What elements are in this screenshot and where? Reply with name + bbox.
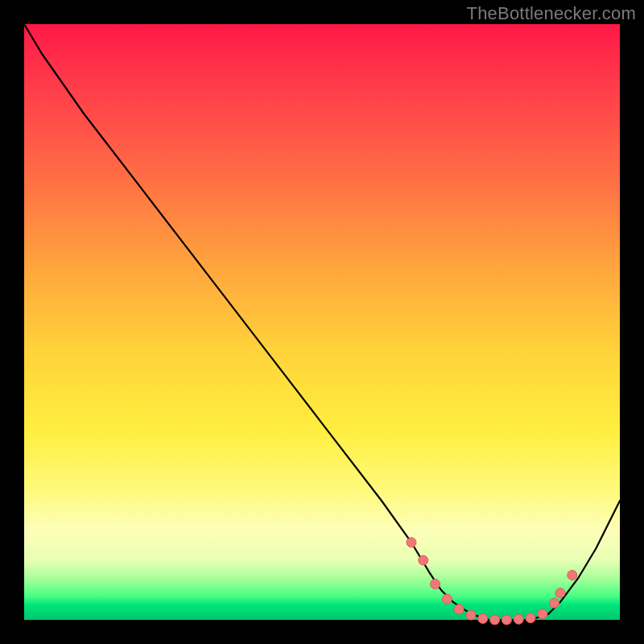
curve-marker <box>502 615 511 625</box>
curve-svg <box>24 24 620 620</box>
bottleneck-curve <box>24 24 620 620</box>
curve-marker <box>514 614 523 624</box>
curve-marker <box>466 610 476 620</box>
curve-marker <box>538 609 547 619</box>
curve-marker <box>555 588 565 598</box>
curve-marker <box>478 614 488 624</box>
curve-marker <box>442 594 452 604</box>
chart-stage: TheBottlenecker.com <box>0 0 644 644</box>
curve-marker <box>490 615 500 625</box>
curve-marker <box>454 605 464 614</box>
curve-marker <box>431 580 440 589</box>
curve-marker <box>550 598 559 608</box>
plot-area <box>24 24 620 620</box>
curve-marker <box>568 571 577 580</box>
curve-marker <box>419 555 428 565</box>
attribution-text: TheBottlenecker.com <box>467 3 636 24</box>
curve-marker <box>407 538 416 547</box>
curve-marker <box>526 613 535 623</box>
